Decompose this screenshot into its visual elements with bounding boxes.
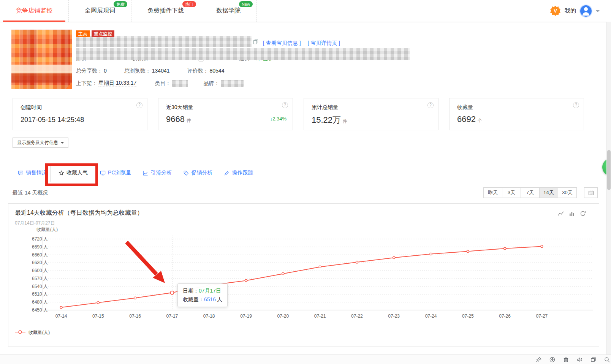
listing-label: 上下架： <box>76 80 97 87</box>
tab-收藏人气[interactable]: 收藏人气 <box>50 164 96 182</box>
help-icon[interactable]: ? <box>427 102 434 108</box>
range-button-30天[interactable]: 30天 <box>558 187 577 198</box>
listing-row: 上下架： 星期日 10:33:17 类目： 品牌： <box>76 80 244 87</box>
scrollbar[interactable] <box>606 22 611 355</box>
category-value-blurred <box>172 80 188 87</box>
nav-tab-label: 全网展现词 <box>85 7 115 15</box>
svg-text:07-19: 07-19 <box>240 313 252 319</box>
product-link[interactable]: [ 查看宝贝信息 ] <box>263 40 301 47</box>
chart-subtitle: 07月14日-07月27日 <box>15 220 55 226</box>
kpi-card-value: 15.22万件 <box>312 114 347 126</box>
scrollbar-thumb[interactable] <box>607 150 611 190</box>
svg-text:07-26: 07-26 <box>499 313 511 319</box>
page: 竞争店铺监控全网展现词免费免费插件下载热门数据学院New V 我的 主卖重点监控… <box>0 0 611 364</box>
toggle-service-info-button[interactable]: 显示服务及支付信息 <box>13 138 68 148</box>
product-stats-row: 总分享数：0总浏览数：134041评价数：80544 <box>76 68 224 74</box>
kpi-card-title: 创建时间 <box>21 104 42 111</box>
legend-label: 收藏量(人) <box>28 329 50 336</box>
window-icon[interactable] <box>590 356 597 363</box>
svg-text:6510 人: 6510 人 <box>32 291 48 297</box>
calendar-button[interactable] <box>584 187 598 198</box>
svg-text:07-25: 07-25 <box>462 313 474 319</box>
listing-schedule[interactable]: 星期日 10:33:17 <box>98 80 136 87</box>
chevron-down-icon[interactable] <box>596 10 600 14</box>
category-label: 类目： <box>155 80 171 87</box>
nav-tab-label: 数据学院 <box>216 7 241 15</box>
range-button-3天[interactable]: 3天 <box>502 187 521 198</box>
kpi-card: 近30天销量9668件?↓2.34% <box>158 98 293 130</box>
copy-icon[interactable] <box>253 39 258 44</box>
range-button-昨天[interactable]: 昨天 <box>483 187 502 198</box>
tab-PC浏览量[interactable]: PC浏览量 <box>100 165 131 181</box>
nav-tab-badge: 免费 <box>114 1 127 7</box>
nav-tab[interactable]: 数据学院New <box>200 0 257 22</box>
nav-tab-badge: New <box>239 1 253 7</box>
star-icon <box>59 170 64 176</box>
tooltip-date-value: 07月17日 <box>199 288 221 294</box>
range-button-14天[interactable]: 14天 <box>539 187 558 198</box>
nav-right: V 我的 <box>550 0 611 22</box>
tab-引流分析[interactable]: 引流分析 <box>142 165 172 181</box>
pin-icon[interactable] <box>535 356 542 363</box>
tooltip-unit: 人 <box>217 296 222 302</box>
trash-icon[interactable] <box>563 356 569 363</box>
tab-label: PC浏览量 <box>108 169 131 176</box>
trend-icon <box>142 170 148 176</box>
chat-icon <box>18 170 24 176</box>
section-tabs-bar: 销售情况收藏人气PC浏览量引流分析促销分析操作跟踪 <box>0 164 611 181</box>
svg-text:07-24: 07-24 <box>425 313 437 319</box>
product-links: [ 查看宝贝信息 ][ 宝贝详情页 ] <box>263 40 340 47</box>
help-icon[interactable]: ? <box>282 102 288 108</box>
bar-chart-icon[interactable] <box>569 210 575 217</box>
line-chart[interactable]: 6450 人6480 人6510 人6540 人6570 人6600 人6630… <box>8 233 600 323</box>
top-nav: 竞争店铺监控全网展现词免费免费插件下载热门数据学院New V 我的 <box>0 0 611 22</box>
tab-label: 操作跟踪 <box>232 169 253 176</box>
kpi-card-unit: 件 <box>187 118 191 123</box>
product-title-blurred-line1 <box>76 36 252 47</box>
brand-value-blurred <box>221 80 244 87</box>
search-icon[interactable] <box>604 356 610 363</box>
nav-tab[interactable]: 竞争店铺监控 <box>0 0 69 22</box>
product-link[interactable]: [ 宝贝详情页 ] <box>308 40 340 47</box>
svg-text:07-17: 07-17 <box>166 313 178 319</box>
kpi-card: 创建时间2017-05-15 14:25:48? <box>13 98 147 130</box>
my-account-label[interactable]: 我的 <box>565 7 576 14</box>
svg-text:6480 人: 6480 人 <box>32 299 48 305</box>
svg-text:07-23: 07-23 <box>388 313 400 319</box>
kpi-card-title: 收藏量 <box>457 104 473 111</box>
tab-促销分析[interactable]: 促销分析 <box>183 165 212 181</box>
kpi-cards: 创建时间2017-05-15 14:25:48?近30天销量9668件?↓2.3… <box>13 98 584 130</box>
nav-tab[interactable]: 全网展现词免费 <box>69 0 131 22</box>
svg-text:6540 人: 6540 人 <box>32 284 48 289</box>
tab-label: 引流分析 <box>150 169 172 176</box>
chart-legend[interactable]: 收藏量(人) <box>14 329 50 336</box>
kpi-card-title: 近30天销量 <box>166 104 193 111</box>
kpi-card: 收藏量6692个? <box>449 98 584 130</box>
svg-text:6630 人: 6630 人 <box>32 260 48 265</box>
product-stat: 总分享数：0 <box>76 68 107 74</box>
volume-icon[interactable] <box>576 356 583 363</box>
svg-text:07-20: 07-20 <box>277 313 289 319</box>
tag-icon <box>183 170 189 176</box>
refresh-icon[interactable] <box>580 210 586 217</box>
tab-销售情况[interactable]: 销售情况 <box>18 165 47 181</box>
line-chart-icon[interactable] <box>558 210 564 217</box>
product-image[interactable] <box>11 30 72 89</box>
flash-icon[interactable] <box>549 356 556 363</box>
kpi-card-value: 2017-05-15 14:25:48 <box>21 116 84 124</box>
tab-操作跟踪[interactable]: 操作跟踪 <box>224 165 253 181</box>
help-icon[interactable]: ? <box>573 102 579 108</box>
edit-icon <box>224 170 230 176</box>
svg-text:6450 人: 6450 人 <box>32 307 48 313</box>
product-badge: 重点监控 <box>92 30 114 37</box>
avatar[interactable] <box>580 5 592 17</box>
nav-tab-label: 免费插件下载 <box>147 7 184 15</box>
tooltip-value: 6516 <box>204 296 216 302</box>
kpi-card-value: 9668件 <box>166 114 191 124</box>
svg-text:07-14: 07-14 <box>55 313 67 319</box>
svg-text:07-22: 07-22 <box>351 313 363 319</box>
chevron-down-icon <box>61 142 64 145</box>
nav-tab[interactable]: 免费插件下载热门 <box>131 0 200 22</box>
range-button-7天[interactable]: 7天 <box>521 187 540 198</box>
help-icon[interactable]: ? <box>136 102 142 108</box>
